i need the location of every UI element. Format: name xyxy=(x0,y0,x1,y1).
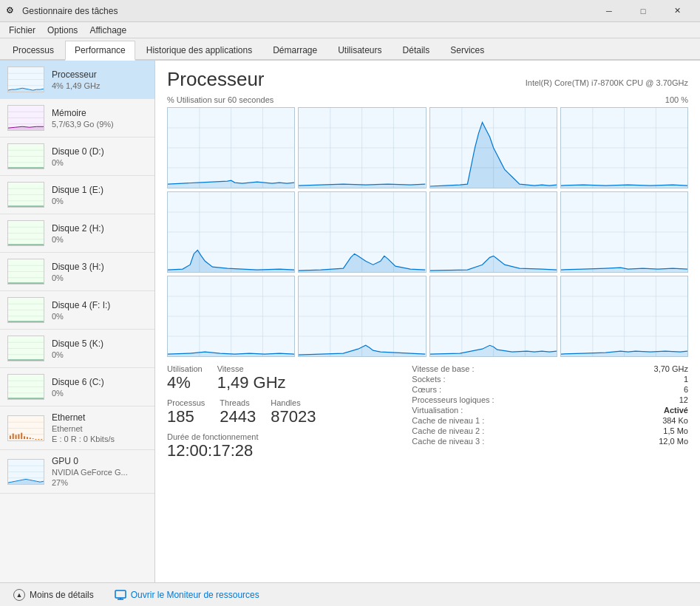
sidebar-item-disk4[interactable]: Disque 4 (F: I:) 0% xyxy=(0,291,154,330)
threads-value: 2443 xyxy=(220,407,256,426)
chart-label-row: % Utilisation sur 60 secondes 100 % xyxy=(167,95,688,104)
svg-marker-90 xyxy=(561,185,687,188)
proc-logiques-label: Processeurs logiques : xyxy=(412,395,646,404)
disk0-thumb xyxy=(7,143,44,169)
cpu-graph-9 xyxy=(167,276,295,357)
cpu-graph-1 xyxy=(167,107,295,188)
gpu-info: GPU 0 NVIDIA GeForce G... 27% xyxy=(52,456,147,487)
handles-label: Handles xyxy=(271,398,316,407)
menu-fichier[interactable]: Fichier xyxy=(3,24,41,37)
stat-group-secondary: Processus 185 Threads 2443 Handles 87023 xyxy=(167,398,397,426)
disk4-name: Disque 4 (F: I:) xyxy=(52,300,147,310)
sidebar-item-disk5[interactable]: Disque 5 (K:) 0% xyxy=(0,330,154,368)
utilisation-value: 4% xyxy=(167,373,203,392)
cpu-name: Processeur xyxy=(52,69,147,80)
tab-demarrage[interactable]: Démarrage xyxy=(263,41,327,59)
sidebar-item-disk6[interactable]: Disque 6 (C:) 0% xyxy=(0,368,154,406)
svg-rect-49 xyxy=(30,438,31,439)
ethernet-name: Ethernet xyxy=(52,412,147,423)
menu-options[interactable]: Options xyxy=(41,24,84,37)
sidebar-item-disk3[interactable]: Disque 3 (H:) 0% xyxy=(0,253,154,291)
maximize-button[interactable]: □ xyxy=(626,0,660,22)
virtualisation-label: Virtualisation : xyxy=(412,406,646,415)
coeurs-value: 6 xyxy=(654,385,688,394)
processus-value: 185 xyxy=(167,407,205,426)
sidebar-item-disk2[interactable]: Disque 2 (H:) 0% xyxy=(0,214,154,253)
svg-rect-42 xyxy=(10,435,11,439)
disk2-name: Disque 2 (H:) xyxy=(52,223,147,234)
sidebar-item-gpu[interactable]: GPU 0 NVIDIA GeForce G... 27% xyxy=(0,450,154,494)
gpu-model: NVIDIA GeForce G... xyxy=(52,468,147,477)
duree-label: Durée de fonctionnement xyxy=(167,432,397,441)
chart-max-label: 100 % xyxy=(665,95,688,104)
less-detail-button[interactable]: ▲ Moins de détails xyxy=(9,586,98,604)
svg-rect-48 xyxy=(27,437,28,439)
disk5-thumb xyxy=(7,336,44,361)
tab-services[interactable]: Services xyxy=(441,41,494,59)
disk1-thumb xyxy=(7,182,44,208)
sidebar-item-ethernet[interactable]: Ethernet Ethernet E : 0 R : 0 Kbits/s xyxy=(0,406,154,450)
svg-rect-43 xyxy=(13,433,14,439)
stat-handles: Handles 87023 xyxy=(271,398,316,426)
minimize-button[interactable]: ─ xyxy=(592,0,626,22)
virtualisation-value: Activé xyxy=(654,406,688,415)
memory-info: Mémoire 5,7/63,9 Go (9%) xyxy=(52,108,147,129)
stat-processus: Processus 185 xyxy=(167,398,205,426)
open-monitor-button[interactable]: Ouvrir le Moniteur de ressources xyxy=(110,586,264,604)
tab-details[interactable]: Détails xyxy=(393,41,440,59)
cpu-graph-11 xyxy=(429,276,557,357)
disk6-name: Disque 6 (C:) xyxy=(52,377,147,387)
tab-processus[interactable]: Processus xyxy=(3,41,64,59)
proc-logiques-value: 12 xyxy=(654,395,688,404)
disk6-value: 0% xyxy=(52,389,147,398)
utilisation-label: Utilisation xyxy=(167,364,203,373)
disk4-thumb xyxy=(7,297,44,323)
vitesse-base-label: Vitesse de base : xyxy=(412,364,646,373)
cpu-value: 4% 1,49 GHz xyxy=(52,81,147,90)
monitor-icon xyxy=(115,589,126,601)
cpu-graph-8 xyxy=(560,191,688,273)
memory-name: Mémoire xyxy=(52,108,147,118)
disk6-thumb xyxy=(7,374,44,400)
tab-utilisateurs[interactable]: Utilisateurs xyxy=(328,41,391,59)
cpu-graph-7 xyxy=(429,191,557,273)
cpu-graph-grid xyxy=(167,107,688,357)
cpu-graph-3 xyxy=(429,107,557,188)
disk5-value: 0% xyxy=(52,350,147,359)
stat-duree-group: Durée de fonctionnement 12:00:17:28 xyxy=(167,432,397,460)
disk1-name: Disque 1 (E:) xyxy=(52,185,147,195)
menu-bar: Fichier Options Affichage xyxy=(0,22,700,38)
disk2-thumb xyxy=(7,220,44,246)
close-button[interactable]: ✕ xyxy=(660,0,694,22)
cpu-model: Intel(R) Core(TM) i7-8700K CPU @ 3.70GHz xyxy=(526,78,688,87)
menu-affichage[interactable]: Affichage xyxy=(84,24,132,37)
cache3-label: Cache de niveau 3 : xyxy=(412,437,646,446)
sidebar-item-memory[interactable]: Mémoire 5,7/63,9 Go (9%) xyxy=(0,99,154,137)
stat-utilisation: Utilisation 4% xyxy=(167,364,203,392)
disk5-name: Disque 5 (K:) xyxy=(52,338,147,349)
ethernet-speed: E : 0 R : 0 Kbits/s xyxy=(52,435,147,443)
cpu-content: Processeur Intel(R) Core(TM) i7-8700K CP… xyxy=(155,61,700,582)
window-title: Gestionnaire des tâches xyxy=(22,6,592,16)
app-icon: ⚙ xyxy=(6,5,18,17)
content-header: Processeur Intel(R) Core(TM) i7-8700K CP… xyxy=(167,68,688,91)
title-bar: ⚙ Gestionnaire des tâches ─ □ ✕ xyxy=(0,0,700,22)
memory-value: 5,7/63,9 Go (9%) xyxy=(52,120,147,129)
ethernet-type: Ethernet xyxy=(52,424,147,433)
ethernet-thumb xyxy=(7,415,44,441)
disk1-info: Disque 1 (E:) 0% xyxy=(52,185,147,205)
tab-historique[interactable]: Historique des applications xyxy=(137,41,262,59)
cpu-graph-2 xyxy=(298,107,426,188)
sidebar-item-cpu[interactable]: Processeur 4% 1,49 GHz xyxy=(0,61,154,99)
cache2-label: Cache de niveau 2 : xyxy=(412,426,646,435)
sidebar-item-disk0[interactable]: Disque 0 (D:) 0% xyxy=(0,137,154,176)
sidebar-item-disk1[interactable]: Disque 1 (E:) 0% xyxy=(0,176,154,214)
memory-thumb xyxy=(7,105,44,131)
svg-rect-47 xyxy=(24,436,25,439)
tab-performance[interactable]: Performance xyxy=(65,41,135,61)
processus-label: Processus xyxy=(167,398,205,407)
cpu-graph-6 xyxy=(298,191,426,273)
disk0-value: 0% xyxy=(52,158,147,167)
gpu-thumb xyxy=(7,459,44,485)
disk2-value: 0% xyxy=(52,235,147,244)
